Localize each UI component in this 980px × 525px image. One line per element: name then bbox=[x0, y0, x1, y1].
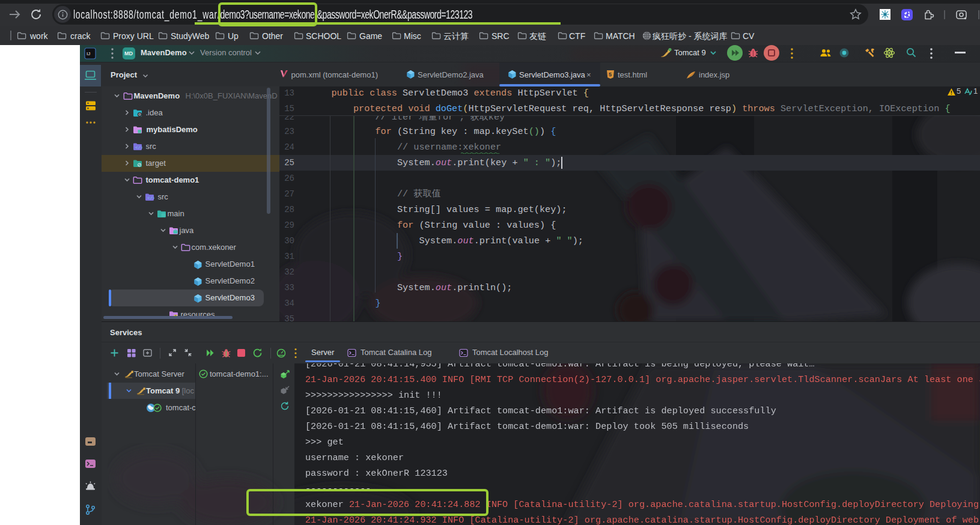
svg-text:IJ: IJ bbox=[87, 51, 90, 56]
svg-text:</>: </> bbox=[147, 196, 154, 201]
svg-text:5: 5 bbox=[609, 71, 612, 77]
svg-text:</>: </> bbox=[135, 145, 142, 150]
